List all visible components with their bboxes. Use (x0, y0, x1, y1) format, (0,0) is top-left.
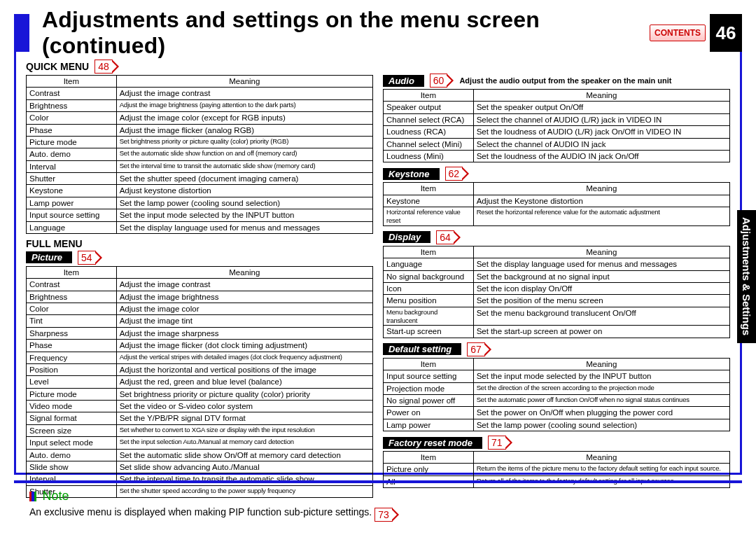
table-cell-item: Video mode (27, 401, 117, 412)
table-row: ContrastAdjust the image contrast (27, 279, 373, 291)
table-cell-item: Color (27, 112, 117, 124)
table-row: Signal formatSet the Y/PB/PR signal DTV … (27, 412, 373, 424)
table-cell-item: Horizontal reference value reset (384, 207, 474, 226)
page-header: Adjustments and settings on the menu scr… (14, 14, 742, 52)
table-row: BrightnessAdjust the image brightness (27, 291, 373, 303)
table-cell-item: Phase (27, 124, 117, 136)
factory-reset-header: Factory reset mode 71 (383, 436, 730, 450)
table-cell-meaning: Set the video or S-video color system (116, 401, 372, 412)
table-cell-item: Menu position (384, 295, 474, 307)
table-cell-meaning: Set the input mode selected by the INPUT… (116, 209, 372, 221)
quick-menu-label: QUICK MENU (26, 61, 89, 72)
table-cell-meaning: Adjust keystone distortion (116, 185, 372, 197)
table-cell-meaning: Adjust the image color (except for RGB i… (116, 112, 372, 124)
table-cell-meaning: Set the icon display On/Off (473, 282, 729, 294)
table-cell-item: Picture mode (27, 136, 117, 148)
table-cell-meaning: Adjust the horizontal and vertical posit… (116, 363, 372, 375)
table-cell-item: Loudness (Mini) (384, 150, 474, 162)
table-header: Item (384, 452, 474, 464)
table-row: Power onSet the power on On/Off when plu… (384, 407, 730, 419)
page-ref-link[interactable]: 62 (445, 167, 470, 181)
table-row: Speaker outputSet the speaker output On/… (384, 102, 730, 113)
table-row: Input source settingSet the input mode s… (384, 370, 730, 382)
quick-menu-header: QUICK MENU 48 (26, 60, 373, 74)
table-cell-meaning: Select the channel of AUDIO (L/R) jack i… (473, 113, 729, 125)
table-cell-meaning: Adjust the image contrast (116, 279, 372, 291)
table-header: Meaning (473, 358, 729, 370)
table-row: Projection modeSet the direction of the … (384, 382, 730, 394)
picture-label: Picture (26, 251, 72, 263)
table-cell-meaning: Set the loudness of the AUDIO IN jack On… (473, 150, 729, 162)
table-cell-item: Power on (384, 407, 474, 419)
page-ref-number: 64 (436, 230, 454, 244)
page-number: 46 (710, 14, 742, 52)
table-cell-meaning: Set the input mode selected by the INPUT… (473, 370, 729, 382)
full-menu-label: FULL MENU (26, 238, 83, 249)
table-row: ShutterSet the shutter speed (document i… (27, 173, 373, 185)
table-cell-meaning: Set the menu background translucent On/O… (473, 307, 729, 326)
table-cell-meaning: Adjust the image contrast (116, 88, 372, 99)
table-cell-item: Screen size (27, 424, 117, 436)
table-header: Item (384, 90, 474, 102)
table-row: No signal power offSet the automatic pow… (384, 394, 730, 406)
table-row: KeystoneAdjust keystone distortion (27, 185, 373, 197)
page-ref-link[interactable]: 64 (436, 230, 461, 244)
table-cell-meaning: Set slide show advancing Auto./Manual (116, 461, 372, 473)
table-cell-meaning: Set the start-up screen at power on (473, 326, 729, 338)
contents-button[interactable]: CONTENTS (650, 25, 706, 41)
picture-header: Picture 54 (26, 251, 373, 265)
page-title: Adjustments and settings on the menu scr… (29, 7, 650, 59)
table-row: Start-up screenSet the start-up screen a… (384, 326, 730, 338)
table-cell-meaning: Set the interval time to transit the aut… (116, 160, 372, 172)
table-row: Lamp powerSet the lamp power (cooling so… (384, 419, 730, 431)
table-cell-item: Keystone (384, 195, 474, 207)
table-row: Video modeSet the video or S-video color… (27, 401, 373, 412)
audio-label: Audio (383, 75, 424, 87)
page-ref-number: 54 (78, 251, 96, 265)
table-cell-meaning: Set the display language used for menus … (116, 221, 372, 233)
page-ref-link[interactable]: 67 (467, 342, 491, 356)
table-cell-item: Contrast (27, 88, 117, 99)
header-accent (14, 14, 29, 52)
table-cell-meaning: Set the loudness of AUDIO (L/R) jack On/… (473, 126, 729, 138)
arrow-right-icon (484, 342, 491, 356)
page-ref-link[interactable]: 71 (488, 436, 512, 450)
table-cell-meaning: Reset the horizontal reference value for… (473, 207, 729, 226)
footer-rule (14, 480, 742, 483)
table-cell-item: Input source setting (384, 370, 474, 382)
arrow-right-icon (392, 508, 399, 522)
table-cell-item: Auto. demo (27, 449, 117, 461)
table-row: LanguageSet the display language used fo… (27, 221, 373, 233)
table-header: Item (384, 358, 474, 370)
table-cell-item: Language (27, 221, 117, 233)
page-ref-link[interactable]: 73 (374, 508, 399, 522)
table-row: KeystoneAdjust the Keystone distortion (384, 195, 730, 207)
table-header: Item (384, 183, 474, 195)
table-row: SharpnessAdjust the image sharpness (27, 327, 373, 339)
table-cell-meaning: Adjust the image color (116, 303, 372, 315)
table-cell-item: Auto. demo (27, 148, 117, 160)
page-ref-number: 67 (467, 342, 485, 356)
table-cell-meaning: Select the channel of AUDIO IN jack (473, 138, 729, 150)
page-ref-link[interactable]: 60 (430, 74, 454, 88)
table-row: Channel select (Mini)Select the channel … (384, 138, 730, 150)
table-row: Input select modeSet the input selection… (27, 437, 373, 449)
table-cell-meaning: Set the position of the menu screen (473, 295, 729, 307)
table-row: PositionAdjust the horizontal and vertic… (27, 363, 373, 375)
table-cell-item: Loudness (RCA) (384, 126, 474, 138)
default-setting-table: ItemMeaningInput source settingSet the i… (383, 358, 730, 431)
table-cell-meaning: Adjust the image brightness (paying atte… (116, 99, 372, 111)
table-cell-meaning: Set the power on On/Off when plugging th… (473, 407, 729, 419)
table-cell-meaning: Set the automatic slide show function on… (116, 148, 372, 160)
page-ref-link[interactable]: 54 (78, 251, 102, 265)
table-cell-meaning: Set brightness priority or picture quali… (116, 136, 372, 148)
picture-table: ItemMeaningContrastAdjust the image cont… (26, 266, 373, 498)
right-column: Audio 60 Adjust the audio output from th… (383, 57, 730, 467)
table-cell-meaning: Set the lamp power (cooling sound select… (116, 197, 372, 209)
table-row: Input source settingSet the input mode s… (27, 209, 373, 221)
table-row: Loudness (RCA)Set the loudness of AUDIO … (384, 126, 730, 138)
page-ref-link[interactable]: 48 (94, 60, 119, 74)
table-cell-item: Projection mode (384, 382, 474, 394)
table-cell-meaning: Set the shutter speed (document imaging … (116, 173, 372, 185)
table-cell-meaning: Adjust the image flicker (dot clock timi… (116, 340, 372, 352)
